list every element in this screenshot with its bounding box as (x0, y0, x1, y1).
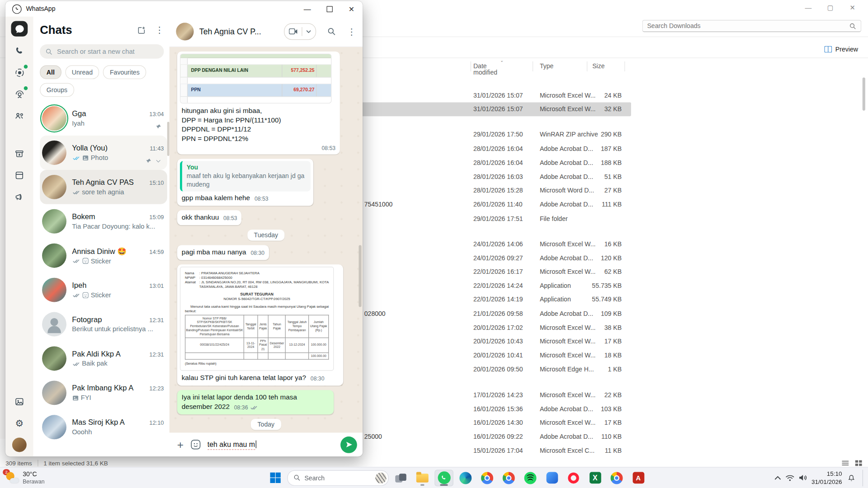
scrollbar-thumb[interactable] (863, 77, 865, 110)
taskbar-button-acrobat[interactable]: A (629, 469, 648, 486)
show-desktop-button[interactable] (863, 469, 865, 486)
explorer-minimize-button[interactable]: — (797, 4, 819, 12)
filter-chip-groups[interactable]: Groups (40, 83, 74, 97)
incoming-message-bubble[interactable]: DPP DENGAN NILAI LAIN 577,252.25 PPN 69,… (177, 52, 340, 155)
spreadsheet-image[interactable]: DPP DENGAN NILAI LAIN 577,252.25 PPN 69,… (180, 54, 332, 103)
file-row[interactable]: 16/01/2026 15:36 Adobe Acrobat D... 103 … (354, 402, 631, 416)
chat-list-item[interactable]: Teh Agnia CV PAS15:10sore teh agnia (40, 170, 167, 204)
filter-chip-favourites[interactable]: Favourites (103, 65, 146, 79)
whatsapp-maximize-button[interactable] (318, 1, 340, 16)
explorer-search-box[interactable]: Search Downloads (642, 20, 861, 32)
file-row[interactable]: 15/01/2026 17:04 Microsoft Excel C... 11… (354, 444, 631, 458)
taskbar-button-blue-app[interactable] (542, 469, 561, 486)
document-image[interactable]: Nama: PRATAMA ANUGERAH SEJAHTERANPWP: 03… (180, 267, 334, 371)
whatsapp-titlebar[interactable]: WhatsApp — ✕ (5, 1, 363, 16)
taskbar-button-task-view[interactable] (392, 469, 410, 486)
sticker-icon[interactable] (190, 439, 201, 450)
file-row[interactable]: 31/01/2026 15:07 Microsoft Excel W... 24… (354, 89, 631, 103)
file-row[interactable]: 25000 16/01/2026 09:22 Adobe Acrobat D..… (354, 430, 631, 444)
taskbar-clock[interactable]: 15:10 31/01/2026 (811, 470, 842, 486)
wifi-icon[interactable] (785, 474, 794, 481)
contact-avatar[interactable] (176, 23, 193, 40)
chat-list-item[interactable]: Bokem15:09Tia Pacar Doyoung: kalo k... (40, 204, 167, 239)
new-chat-icon[interactable] (137, 25, 146, 35)
taskbar-button-opera[interactable] (564, 469, 583, 486)
rail-chats-icon[interactable] (11, 21, 28, 37)
volume-icon[interactable] (799, 474, 807, 481)
taskbar-button-file-explorer[interactable] (413, 469, 432, 486)
chat-list-item[interactable]: Mas Siroj Kkp A12:10Ooohh (40, 410, 167, 444)
incoming-message-bubble[interactable]: You maaf teh aku lg kebanyakan kerjaan j… (177, 159, 313, 206)
weather-widget[interactable]: 2 30°C Berawan (0, 471, 89, 484)
incoming-message-bubble[interactable]: pagi mba mau nanya08:30 (177, 245, 269, 260)
chat-list-item[interactable]: Pak Imbang Kkp A12:23FYI (40, 375, 167, 410)
file-row[interactable]: 31/01/2026 15:07 Microsoft Excel W... 32… (354, 103, 631, 117)
file-row[interactable]: 75451000 26/01/2026 11:40 Adobe Acrobat … (354, 198, 631, 212)
file-row[interactable]: 28/01/2026 15:28 Microsoft Word D... 27 … (354, 184, 631, 198)
file-row[interactable]: 28/01/2026 16:04 Adobe Acrobat D... 188 … (354, 156, 631, 170)
file-row[interactable]: 24/01/2026 09:27 Adobe Acrobat D... 120 … (354, 251, 631, 265)
filter-chip-all[interactable]: All (40, 65, 61, 79)
rail-calls-icon[interactable] (11, 44, 28, 58)
taskbar-button-edge[interactable] (456, 469, 475, 486)
conversation-scrollbar[interactable] (359, 245, 361, 307)
column-header-date-modified[interactable]: ⌄ Date modified (473, 62, 497, 75)
explorer-scrollbar[interactable] (861, 77, 866, 387)
taskbar-button-excel[interactable]: X (586, 469, 605, 486)
whatsapp-minimize-button[interactable]: — (296, 1, 318, 16)
bing-daily-image[interactable] (375, 472, 386, 483)
rail-apps-icon[interactable] (11, 168, 28, 183)
rail-announcements-icon[interactable] (11, 190, 28, 204)
preview-toggle[interactable]: Preview (824, 44, 858, 55)
start-button[interactable] (266, 469, 285, 486)
notification-center-icon[interactable] (846, 474, 856, 483)
chevron-down-icon[interactable] (155, 158, 162, 164)
file-row[interactable]: 22/01/2026 14:24 Application 55.735 KB (354, 279, 631, 293)
settings-icon[interactable]: ⚙ (11, 416, 28, 431)
chat-list-item[interactable]: Yolla (You)11:43Photo (40, 136, 167, 170)
taskbar-search-box[interactable]: Search (288, 470, 389, 485)
chat-list-item[interactable]: Gga13:04Iyah (40, 101, 167, 136)
taskbar-button-spotify[interactable] (521, 469, 540, 486)
message-input[interactable]: teh aku mau m (208, 441, 334, 449)
rail-channels-icon[interactable] (11, 87, 28, 101)
file-row[interactable]: 20/01/2026 17:02 Microsoft Excel W... 38… (354, 321, 631, 335)
conversation-menu-icon[interactable]: ⋮ (347, 26, 356, 37)
chat-search-input[interactable]: Search or start a new chat (40, 44, 164, 59)
file-row[interactable]: 29/01/2026 17:50 WinRAR ZIP archive 290 … (354, 128, 631, 142)
chat-list-item[interactable]: Annisa Diniw 🤩14:59Sticker (40, 239, 167, 273)
incoming-message-bubble[interactable]: okk thankuu08:53 (177, 210, 242, 225)
explorer-maximize-button[interactable]: ▢ (819, 4, 841, 12)
filter-chip-unread[interactable]: Unread (65, 65, 99, 79)
details-view-toggle-icon[interactable] (855, 460, 863, 467)
profile-avatar[interactable] (12, 438, 27, 452)
file-row[interactable]: 22/01/2026 14:19 Application 55.749 KB (354, 293, 631, 307)
taskbar-button-chrome[interactable] (478, 469, 497, 486)
file-row[interactable]: 17/01/2026 14:23 Microsoft Excel W... 22… (354, 388, 631, 402)
rail-status-icon[interactable] (11, 65, 28, 80)
column-header-size[interactable]: Size (592, 62, 604, 69)
file-row[interactable]: 22/01/2026 16:17 Microsoft Excel W... 62… (354, 265, 631, 279)
incoming-message-bubble[interactable]: Nama: PRATAMA ANUGERAH SEJAHTERANPWP: 03… (177, 264, 343, 386)
send-button[interactable] (340, 436, 357, 453)
outgoing-message-bubble[interactable]: Iya ini telat lapor denda 100 teh masa d… (177, 390, 334, 414)
file-row[interactable]: 28/01/2026 16:03 Adobe Acrobat D... 51 K… (354, 170, 631, 184)
chat-list-item[interactable]: Ipeh13:01Sticker (40, 273, 167, 307)
file-row[interactable]: 24/01/2026 14:06 Microsoft Excel W... 16… (354, 237, 631, 251)
file-row[interactable]: 028000 21/01/2026 09:58 Adobe Acrobat D.… (354, 307, 631, 321)
rail-archived-icon[interactable] (11, 146, 28, 161)
file-row[interactable]: 29/01/2026 17:51 File folder (354, 211, 631, 225)
video-call-button[interactable] (284, 23, 316, 40)
taskbar-button-whatsapp[interactable] (434, 469, 453, 486)
taskbar-button-chrome-3[interactable] (607, 469, 626, 486)
chat-list-item[interactable]: Pak Aldi Kkp A12:31Baik pak (40, 342, 167, 376)
tray-expand-icon[interactable] (774, 475, 781, 480)
file-row[interactable]: 20/01/2026 10:43 Microsoft Excel W... 17… (354, 335, 631, 349)
attach-icon[interactable]: + (177, 439, 184, 450)
conversation-search-icon[interactable] (327, 27, 336, 36)
column-header-type[interactable]: Type (540, 62, 554, 69)
whatsapp-close-button[interactable]: ✕ (340, 1, 363, 16)
contact-name[interactable]: Teh Agnia CV P... (199, 27, 278, 36)
file-row[interactable]: 20/01/2026 09:50 Microsoft Edge H... 1 K… (354, 363, 631, 377)
file-row[interactable]: 20/01/2026 10:41 Microsoft Excel W... 18… (354, 349, 631, 363)
